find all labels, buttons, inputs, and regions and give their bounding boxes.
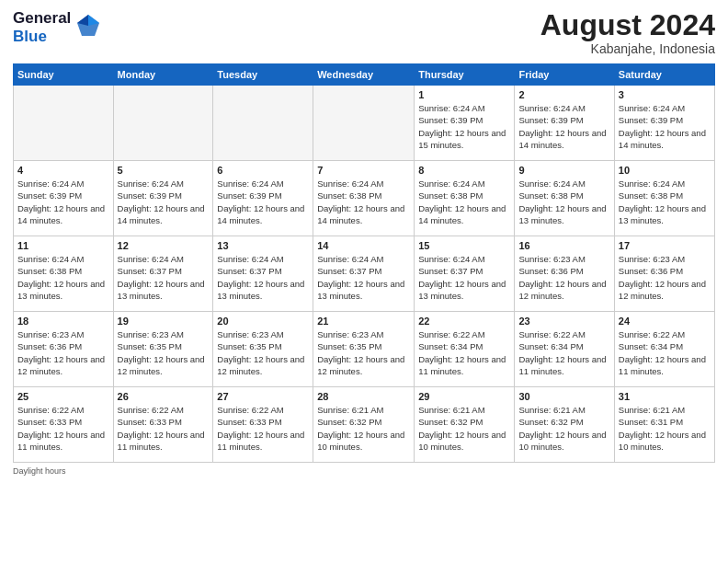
day-detail: Sunrise: 6:24 AMSunset: 6:38 PMDaylight:… <box>418 178 510 226</box>
day-detail: Sunrise: 6:24 AMSunset: 6:38 PMDaylight:… <box>17 253 109 302</box>
day-detail: Sunrise: 6:21 AMSunset: 6:32 PMDaylight:… <box>518 404 609 453</box>
day-number: 2 <box>518 89 609 100</box>
calendar-week: 18Sunrise: 6:23 AMSunset: 6:36 PMDayligh… <box>14 312 715 387</box>
day-detail: Sunrise: 6:23 AMSunset: 6:36 PMDaylight:… <box>518 253 609 302</box>
footer-note: Daylight hours <box>13 466 715 476</box>
dow-header: Thursday <box>415 64 515 86</box>
calendar-cell: 4Sunrise: 6:24 AMSunset: 6:39 PMDaylight… <box>14 161 114 236</box>
day-number: 1 <box>418 89 510 100</box>
day-number: 5 <box>118 165 210 176</box>
day-number: 16 <box>518 240 609 251</box>
day-detail: Sunrise: 6:21 AMSunset: 6:32 PMDaylight:… <box>418 404 510 453</box>
logo-icon <box>74 12 102 43</box>
page-header: General Blue August 2024 Kabanjahe, Indo… <box>13 9 715 56</box>
calendar-cell: 16Sunrise: 6:23 AMSunset: 6:36 PMDayligh… <box>515 236 614 312</box>
day-detail: Sunrise: 6:21 AMSunset: 6:32 PMDaylight:… <box>317 404 410 453</box>
calendar-cell: 2Sunrise: 6:24 AMSunset: 6:39 PMDaylight… <box>515 86 614 161</box>
dow-header: Wednesday <box>313 64 415 86</box>
day-number: 30 <box>518 391 609 402</box>
day-number: 8 <box>418 165 510 176</box>
day-number: 25 <box>17 391 109 402</box>
calendar-cell: 27Sunrise: 6:22 AMSunset: 6:33 PMDayligh… <box>213 387 313 463</box>
day-number: 6 <box>217 165 309 176</box>
day-number: 31 <box>619 391 711 402</box>
calendar-cell: 7Sunrise: 6:24 AMSunset: 6:38 PMDaylight… <box>313 161 415 236</box>
day-detail: Sunrise: 6:22 AMSunset: 6:34 PMDaylight:… <box>619 328 711 377</box>
day-number: 26 <box>118 391 210 402</box>
calendar-week: 25Sunrise: 6:22 AMSunset: 6:33 PMDayligh… <box>14 387 715 463</box>
dow-header: Monday <box>113 64 213 86</box>
calendar-cell: 31Sunrise: 6:21 AMSunset: 6:31 PMDayligh… <box>614 387 714 463</box>
day-number: 21 <box>317 316 410 327</box>
day-detail: Sunrise: 6:22 AMSunset: 6:33 PMDaylight:… <box>217 404 309 453</box>
day-detail: Sunrise: 6:22 AMSunset: 6:34 PMDaylight:… <box>418 328 510 377</box>
calendar-cell: 10Sunrise: 6:24 AMSunset: 6:38 PMDayligh… <box>614 161 714 236</box>
calendar-cell: 14Sunrise: 6:24 AMSunset: 6:37 PMDayligh… <box>313 236 415 312</box>
day-detail: Sunrise: 6:21 AMSunset: 6:31 PMDaylight:… <box>619 404 711 453</box>
day-detail: Sunrise: 6:23 AMSunset: 6:35 PMDaylight:… <box>217 328 309 377</box>
calendar-cell: 21Sunrise: 6:23 AMSunset: 6:35 PMDayligh… <box>313 312 415 387</box>
day-detail: Sunrise: 6:22 AMSunset: 6:34 PMDaylight:… <box>518 328 609 377</box>
day-detail: Sunrise: 6:24 AMSunset: 6:38 PMDaylight:… <box>518 178 609 226</box>
logo-blue: Blue <box>13 28 71 46</box>
calendar-cell <box>213 86 313 161</box>
calendar-cell: 19Sunrise: 6:23 AMSunset: 6:35 PMDayligh… <box>113 312 213 387</box>
dow-header: Tuesday <box>213 64 313 86</box>
day-detail: Sunrise: 6:22 AMSunset: 6:33 PMDaylight:… <box>17 404 109 453</box>
calendar-cell: 12Sunrise: 6:24 AMSunset: 6:37 PMDayligh… <box>113 236 213 312</box>
day-detail: Sunrise: 6:23 AMSunset: 6:36 PMDaylight:… <box>17 328 109 377</box>
calendar-week: 1Sunrise: 6:24 AMSunset: 6:39 PMDaylight… <box>14 86 715 161</box>
day-number: 4 <box>17 165 109 176</box>
calendar-table: SundayMondayTuesdayWednesdayThursdayFrid… <box>13 63 715 463</box>
day-detail: Sunrise: 6:24 AMSunset: 6:38 PMDaylight:… <box>317 178 410 226</box>
day-detail: Sunrise: 6:22 AMSunset: 6:33 PMDaylight:… <box>118 404 210 453</box>
day-detail: Sunrise: 6:24 AMSunset: 6:37 PMDaylight:… <box>317 253 410 302</box>
calendar-cell: 5Sunrise: 6:24 AMSunset: 6:39 PMDaylight… <box>113 161 213 236</box>
day-number: 11 <box>17 240 109 251</box>
day-number: 20 <box>217 316 309 327</box>
location: Kabanjahe, Indonesia <box>540 41 715 56</box>
day-number: 13 <box>217 240 309 251</box>
day-detail: Sunrise: 6:24 AMSunset: 6:37 PMDaylight:… <box>118 253 210 302</box>
day-number: 12 <box>118 240 210 251</box>
dow-header: Saturday <box>614 64 714 86</box>
dow-header: Sunday <box>14 64 114 86</box>
day-number: 29 <box>418 391 510 402</box>
calendar-cell: 8Sunrise: 6:24 AMSunset: 6:38 PMDaylight… <box>415 161 515 236</box>
calendar-cell: 15Sunrise: 6:24 AMSunset: 6:37 PMDayligh… <box>415 236 515 312</box>
day-number: 18 <box>17 316 109 327</box>
day-number: 3 <box>619 89 711 100</box>
day-detail: Sunrise: 6:24 AMSunset: 6:39 PMDaylight:… <box>118 178 210 226</box>
calendar-cell: 20Sunrise: 6:23 AMSunset: 6:35 PMDayligh… <box>213 312 313 387</box>
day-number: 14 <box>317 240 410 251</box>
day-detail: Sunrise: 6:23 AMSunset: 6:35 PMDaylight:… <box>317 328 410 377</box>
title-block: August 2024 Kabanjahe, Indonesia <box>540 9 715 56</box>
calendar-week: 11Sunrise: 6:24 AMSunset: 6:38 PMDayligh… <box>14 236 715 312</box>
month-year: August 2024 <box>540 9 715 41</box>
day-detail: Sunrise: 6:24 AMSunset: 6:39 PMDaylight:… <box>217 178 309 226</box>
day-number: 9 <box>518 165 609 176</box>
logo-general: General <box>13 9 71 28</box>
calendar-cell: 3Sunrise: 6:24 AMSunset: 6:39 PMDaylight… <box>614 86 714 161</box>
calendar-week: 4Sunrise: 6:24 AMSunset: 6:39 PMDaylight… <box>14 161 715 236</box>
dow-header: Friday <box>515 64 614 86</box>
day-number: 22 <box>418 316 510 327</box>
day-detail: Sunrise: 6:24 AMSunset: 6:39 PMDaylight:… <box>17 178 109 226</box>
calendar-cell: 28Sunrise: 6:21 AMSunset: 6:32 PMDayligh… <box>313 387 415 463</box>
day-number: 10 <box>619 165 711 176</box>
calendar-cell: 1Sunrise: 6:24 AMSunset: 6:39 PMDaylight… <box>415 86 515 161</box>
day-number: 23 <box>518 316 609 327</box>
day-number: 19 <box>118 316 210 327</box>
calendar-cell: 9Sunrise: 6:24 AMSunset: 6:38 PMDaylight… <box>515 161 614 236</box>
calendar-cell: 18Sunrise: 6:23 AMSunset: 6:36 PMDayligh… <box>14 312 114 387</box>
day-number: 28 <box>317 391 410 402</box>
day-number: 24 <box>619 316 711 327</box>
day-number: 27 <box>217 391 309 402</box>
calendar-cell: 29Sunrise: 6:21 AMSunset: 6:32 PMDayligh… <box>415 387 515 463</box>
day-detail: Sunrise: 6:24 AMSunset: 6:37 PMDaylight:… <box>418 253 510 302</box>
calendar-cell: 13Sunrise: 6:24 AMSunset: 6:37 PMDayligh… <box>213 236 313 312</box>
calendar-cell: 22Sunrise: 6:22 AMSunset: 6:34 PMDayligh… <box>415 312 515 387</box>
day-detail: Sunrise: 6:24 AMSunset: 6:39 PMDaylight:… <box>619 102 711 151</box>
day-detail: Sunrise: 6:23 AMSunset: 6:35 PMDaylight:… <box>118 328 210 377</box>
day-detail: Sunrise: 6:23 AMSunset: 6:36 PMDaylight:… <box>619 253 711 302</box>
